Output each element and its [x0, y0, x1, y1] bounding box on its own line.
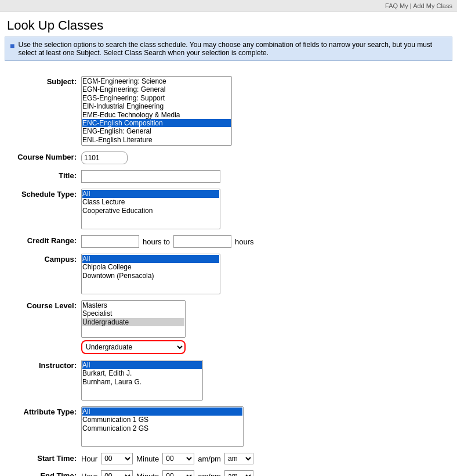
form-container: Subject: EGM-Engineering: Science EGN-En…: [0, 67, 457, 476]
subject-label: Subject:: [7, 76, 77, 86]
title-control: [81, 170, 450, 183]
course-level-dropdown[interactable]: Undergraduate Masters Specialist: [81, 340, 186, 354]
campus-select[interactable]: All Chipola College Downtown (Pensacola): [81, 254, 220, 294]
attribute-comm2: Communication 2 GS: [82, 424, 242, 432]
credit-hours-text1: hours to: [143, 237, 170, 246]
end-time-inputs: Hour 00 0102 0304 0506 0708 0910 1112 Mi…: [81, 470, 253, 476]
hour-text2: Hour: [81, 472, 97, 477]
attribute-type-control: All Communication 1 GS Communication 2 G…: [81, 406, 450, 447]
schedule-coop: Cooperative Education: [82, 207, 219, 215]
subject-option: EGN-Engineering: General: [82, 85, 231, 93]
credit-hours-text2: hours: [235, 237, 254, 246]
instructor-label: Instructor:: [7, 360, 77, 370]
campus-row: Campus: All Chipola College Downtown (Pe…: [7, 254, 450, 294]
campus-chipola: Chipola College: [82, 263, 219, 271]
start-time-row: Start Time: Hour 00 0102 0304 0506 0708 …: [7, 453, 450, 464]
title-input[interactable]: [81, 170, 220, 183]
hour-text: Hour: [81, 455, 97, 463]
credit-range-row: Credit Range: hours to hours: [7, 235, 450, 248]
subject-option: ESE-Education: Secondary: [82, 144, 231, 146]
title-label: Title:: [7, 170, 77, 180]
course-level-label: Course Level:: [7, 300, 77, 310]
info-icon: ■: [10, 41, 14, 51]
campus-label: Campus:: [7, 254, 77, 264]
level-masters: Masters: [82, 301, 184, 309]
subject-option: EIN-Industrial Engineering: [82, 102, 231, 110]
credit-range-control: hours to hours: [81, 235, 450, 248]
minute-text2: Minute: [136, 472, 159, 477]
start-minute-select[interactable]: 00 15 30 45: [162, 453, 194, 464]
subject-select[interactable]: EGM-Engineering: Science EGN-Engineering…: [81, 76, 232, 146]
instructor-select[interactable]: All Burkart, Edith J. Burnham, Laura G.: [81, 360, 203, 401]
credit-range-inputs: hours to hours: [81, 235, 254, 248]
course-number-input[interactable]: [81, 152, 128, 164]
level-specialist: Specialist: [82, 309, 184, 318]
attribute-comm1: Communication 1 GS: [82, 416, 242, 424]
credit-to-input[interactable]: [173, 235, 231, 248]
ampm-text: am/pm: [198, 455, 221, 463]
info-message: Use the selection options to search the …: [18, 41, 447, 57]
instructor-burnham: Burnham, Laura G.: [82, 378, 202, 386]
end-time-row: End Time: Hour 00 0102 0304 0506 0708 09…: [7, 470, 450, 476]
end-hour-select[interactable]: 00 0102 0304 0506 0708 0910 1112: [101, 470, 133, 476]
end-minute-select[interactable]: 00 15 30 45: [162, 470, 194, 476]
end-time-control: Hour 00 0102 0304 0506 0708 0910 1112 Mi…: [81, 470, 450, 476]
attribute-type-select[interactable]: All Communication 1 GS Communication 2 G…: [81, 406, 244, 447]
instructor-control: All Burkart, Edith J. Burnham, Laura G.: [81, 360, 450, 401]
subject-option: EME-Educ Technology & Media: [82, 111, 231, 119]
credit-range-label: Credit Range:: [7, 235, 77, 245]
subject-option: ENG-English: General: [82, 127, 231, 135]
ampm-text2: am/pm: [198, 472, 221, 477]
course-number-row: Course Number:: [7, 152, 450, 164]
credit-from-input[interactable]: [81, 235, 139, 248]
course-number-label: Course Number:: [7, 152, 77, 161]
start-hour-select[interactable]: 00 0102 0304 0506 0708 0910 1112: [101, 453, 133, 464]
course-level-area: Masters Specialist Undergraduate Undergr…: [81, 300, 186, 354]
subject-option: EGM-Engineering: Science: [82, 77, 231, 85]
instructor-row: Instructor: All Burkart, Edith J. Burnha…: [7, 360, 450, 401]
attribute-all: All: [82, 408, 242, 416]
start-time-control: Hour 00 0102 0304 0506 0708 0910 1112 Mi…: [81, 453, 450, 464]
minute-text: Minute: [136, 455, 159, 463]
course-level-control: Masters Specialist Undergraduate Undergr…: [81, 300, 450, 354]
subject-option-enc: ENC-English Composition: [82, 119, 231, 127]
schedule-all: All: [82, 190, 219, 198]
course-number-control: [81, 152, 450, 164]
schedule-type-row: Schedule Type: All Class Lecture Coopera…: [7, 189, 450, 229]
campus-control: All Chipola College Downtown (Pensacola): [81, 254, 450, 294]
start-time-label: Start Time:: [7, 453, 77, 463]
info-bar: ■ Use the selection options to search th…: [5, 37, 452, 61]
schedule-type-label: Schedule Type:: [7, 189, 77, 199]
subject-option: ENL-English Literature: [82, 136, 231, 144]
start-ampm-select[interactable]: am pm: [224, 453, 253, 464]
attribute-type-row: Attribute Type: All Communication 1 GS C…: [7, 406, 450, 447]
subject-row: Subject: EGM-Engineering: Science EGN-En…: [7, 76, 450, 146]
level-undergrad: Undergraduate: [82, 318, 184, 326]
title-row: Title:: [7, 170, 450, 183]
schedule-type-control: All Class Lecture Cooperative Education: [81, 189, 450, 229]
attribute-type-label: Attribute Type:: [7, 406, 77, 416]
schedule-type-select[interactable]: All Class Lecture Cooperative Education: [81, 189, 220, 229]
course-level-list[interactable]: Masters Specialist Undergraduate: [81, 300, 186, 338]
schedule-lecture: Class Lecture: [82, 198, 219, 206]
header-bar: FAQ My | Add My Class: [0, 0, 457, 12]
end-time-label: End Time:: [7, 470, 77, 476]
campus-downtown: Downtown (Pensacola): [82, 272, 219, 280]
instructor-all: All: [82, 361, 202, 369]
instructor-burkart: Burkart, Edith J.: [82, 369, 202, 377]
end-ampm-select[interactable]: am pm: [224, 470, 253, 476]
course-level-row: Course Level: Masters Specialist Undergr…: [7, 300, 450, 354]
subject-option: EGS-Engineering: Support: [82, 94, 231, 102]
page-title: Look Up Classes: [0, 12, 457, 37]
subject-control: EGM-Engineering: Science EGN-Engineering…: [81, 76, 450, 146]
nav-text: FAQ My | Add My Class: [385, 2, 452, 9]
start-time-inputs: Hour 00 0102 0304 0506 0708 0910 1112 Mi…: [81, 453, 253, 464]
campus-all: All: [82, 255, 219, 263]
